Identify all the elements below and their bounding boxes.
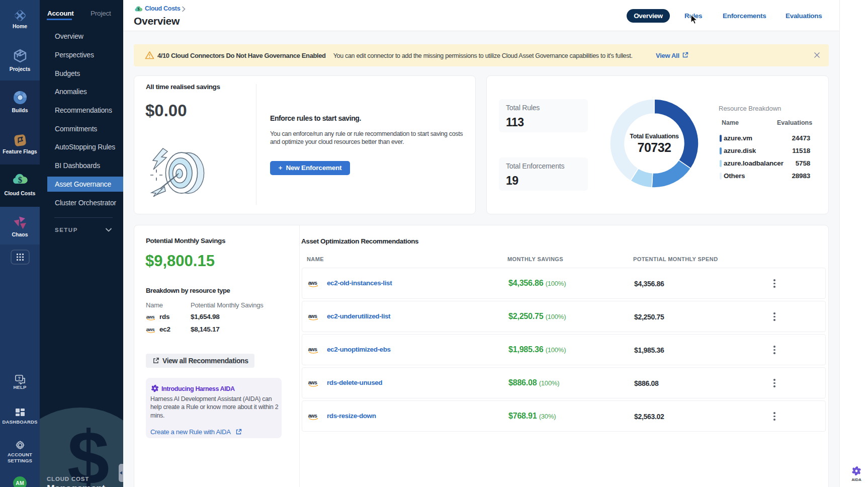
svg-text:aws: aws bbox=[308, 413, 317, 419]
svg-text:aws: aws bbox=[308, 280, 317, 286]
svg-text:aws: aws bbox=[146, 314, 155, 319]
svg-text:$: $ bbox=[18, 175, 22, 185]
svg-text:aws: aws bbox=[308, 313, 317, 319]
svg-text:aws: aws bbox=[146, 327, 155, 332]
svg-text:?: ? bbox=[18, 376, 20, 381]
svg-text:aws: aws bbox=[308, 380, 317, 385]
svg-text:aws: aws bbox=[308, 347, 317, 352]
svg-text:$: $ bbox=[138, 7, 140, 12]
